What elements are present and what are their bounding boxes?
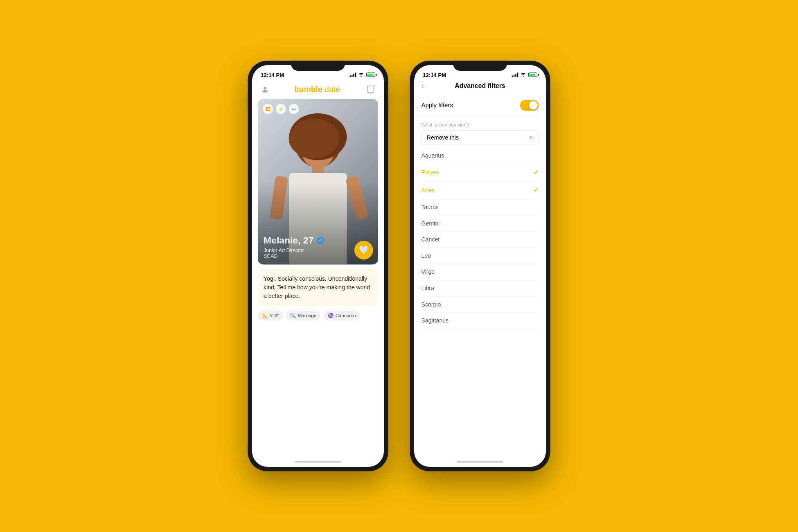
sign-list: Aquarius Pisces ✓ Aries ✓ Taurus Gem (422, 147, 539, 329)
profile-nav-icon[interactable] (259, 84, 271, 95)
heart-button[interactable]: 🤍 (354, 241, 373, 259)
sign-scorpio[interactable]: Scorpio (422, 297, 539, 313)
home-bar (295, 461, 341, 462)
home-indicator (252, 458, 384, 467)
bio-section: Yogi. Socially conscious. Unconditionall… (258, 269, 378, 307)
sign-sagittarius[interactable]: Sagittarius (422, 313, 539, 329)
sign-leo-label: Leo (422, 252, 431, 259)
verified-badge: ✓ (316, 236, 324, 244)
toggle-knob (529, 101, 538, 110)
battery-icon-2 (528, 72, 537, 77)
signal-icon-2 (512, 72, 518, 77)
photo-top-icons: ⏪ ⚡ ••• (263, 104, 299, 114)
status-time-2: 12:14 PM (423, 72, 446, 78)
profile-info-overlay: Melanie, 27 ✓ Junior Art Director SCAD (264, 234, 356, 259)
sign-aquarius-label: Aquarius (422, 153, 444, 159)
apply-filters-toggle[interactable] (520, 100, 539, 110)
height-value: 5' 6" (270, 313, 279, 318)
sign-pisces-label: Pisces (422, 169, 438, 176)
tags-row: 📐 5' 6" 🔍 Marriage ♑ Capricorn (252, 311, 384, 320)
home-bar-2 (457, 461, 503, 462)
sign-gemini-label: Gemini (422, 220, 440, 227)
profile-school: SCAD (264, 253, 356, 259)
phones-wrapper: 12:14 PM (248, 61, 550, 471)
filters-content: Apply filters What is their star sign? R… (414, 94, 546, 458)
sign-cancer[interactable]: Cancer (422, 232, 539, 248)
home-indicator-2 (414, 458, 546, 467)
rewind-icon-btn[interactable]: ⏪ (263, 104, 273, 114)
sign-libra-label: Libra (422, 285, 434, 292)
aries-check-icon: ✓ (533, 187, 539, 194)
chip-text: Remove this (427, 134, 459, 141)
zodiac-icon: ♑ (328, 313, 334, 318)
zodiac-tag: ♑ Capricorn (324, 311, 360, 320)
profile-name: Melanie, 27 (264, 234, 313, 246)
sign-gemini[interactable]: Gemini (422, 216, 539, 232)
sign-aries-label: Aries (422, 187, 435, 194)
profile-name-row: Melanie, 27 ✓ (264, 234, 356, 246)
apply-filters-label: Apply filters (422, 102, 453, 109)
app-header: bumble date· (252, 81, 384, 99)
pisces-check-icon: ✓ (533, 169, 539, 176)
phone-filters: 12:14 PM (410, 61, 550, 471)
apply-filters-row: Apply filters (422, 94, 539, 117)
star-sign-section-label: What is their star sign? (422, 117, 539, 131)
filters-title: Advanced filters (455, 82, 505, 90)
relationship-icon: 🔍 (290, 313, 296, 318)
back-button[interactable]: ‹ (422, 82, 424, 90)
wifi-icon (358, 72, 364, 77)
sign-libra[interactable]: Libra (422, 280, 539, 297)
relationship-tag: 🔍 Marriage (286, 311, 321, 320)
options-icon-btn[interactable]: ••• (289, 104, 299, 114)
filters-header: ‹ Advanced filters (414, 81, 546, 95)
height-tag: 📐 5' 6" (258, 311, 283, 320)
status-icons-2 (512, 72, 537, 77)
relationship-value: Marriage (298, 313, 316, 318)
profile-card[interactable]: ⏪ ⚡ ••• Melanie, 27 ✓ Junior Art Directo… (258, 99, 378, 265)
sign-leo[interactable]: Leo (422, 248, 539, 264)
sign-sagittarius-label: Sagittarius (422, 318, 449, 324)
sign-aries[interactable]: Aries ✓ (422, 182, 539, 199)
battery-icon (366, 72, 375, 77)
sign-taurus[interactable]: Taurus (422, 199, 539, 216)
sign-aquarius[interactable]: Aquarius (422, 148, 539, 164)
bio-text: Yogi. Socially conscious. Unconditionall… (264, 275, 372, 300)
sign-virgo[interactable]: Virgo (422, 264, 539, 281)
status-icons-1 (349, 72, 375, 77)
app-logo: bumble date· (294, 85, 342, 94)
sign-scorpio-label: Scorpio (422, 301, 441, 308)
sign-cancer-label: Cancer (422, 237, 440, 243)
zodiac-value: Capricorn (336, 313, 356, 318)
svg-point-0 (264, 87, 266, 90)
signal-icon (349, 72, 356, 77)
status-time-1: 12:14 PM (261, 72, 284, 78)
sign-virgo-label: Virgo (422, 269, 435, 275)
sign-taurus-label: Taurus (422, 204, 439, 211)
profile-job-title: Junior Art Director (264, 247, 356, 253)
messages-icon[interactable] (365, 84, 376, 95)
sign-pisces[interactable]: Pisces ✓ (422, 164, 539, 182)
phone-profile: 12:14 PM (248, 61, 388, 471)
selected-chip[interactable]: Remove this ✕ (422, 130, 539, 145)
ruler-icon: 📐 (262, 313, 268, 318)
chip-remove-icon[interactable]: ✕ (529, 134, 533, 141)
phone-notch-2 (453, 61, 507, 71)
boost-icon-btn[interactable]: ⚡ (276, 104, 286, 114)
phone-notch (291, 61, 345, 71)
wifi-icon-2 (521, 72, 526, 77)
